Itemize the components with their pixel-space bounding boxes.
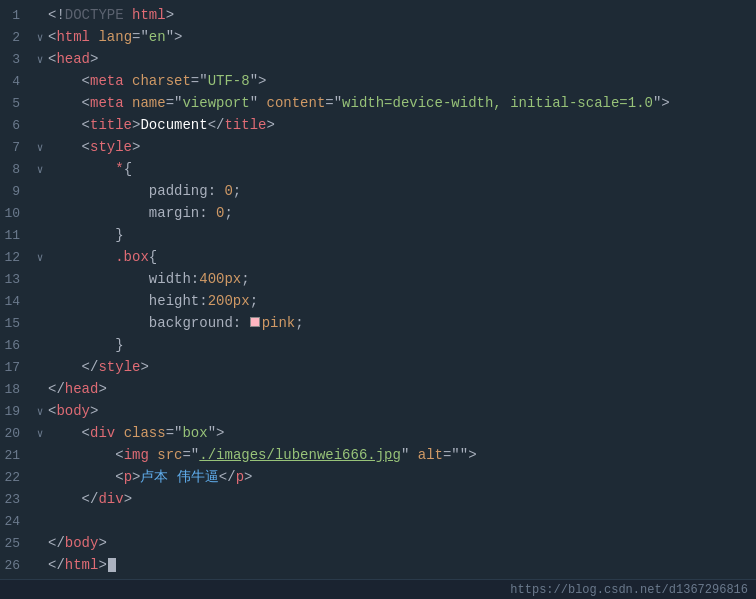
line-7: 7 ∨ <style> xyxy=(0,136,756,158)
line-number: 12 xyxy=(0,250,32,265)
line-arrow xyxy=(32,516,48,527)
line-1: 1 <!DOCTYPE html> xyxy=(0,4,756,26)
line-content: <div class="box"> xyxy=(48,425,756,441)
line-content: } xyxy=(48,337,756,353)
line-arrow xyxy=(32,340,48,351)
line-content: width:400px; xyxy=(48,271,756,287)
line-number: 23 xyxy=(0,492,32,507)
line-arrow xyxy=(32,208,48,219)
line-number: 11 xyxy=(0,228,32,243)
line-5: 5 <meta name="viewport" content="width=d… xyxy=(0,92,756,114)
line-number: 1 xyxy=(0,8,32,23)
line-number: 17 xyxy=(0,360,32,375)
line-number: 22 xyxy=(0,470,32,485)
line-12: 12 ∨ .box{ xyxy=(0,246,756,268)
line-number: 13 xyxy=(0,272,32,287)
fold-arrow[interactable]: ∨ xyxy=(32,31,48,44)
fold-arrow[interactable]: ∨ xyxy=(32,163,48,176)
line-number: 4 xyxy=(0,74,32,89)
line-8: 8 ∨ *{ xyxy=(0,158,756,180)
line-content: </html> xyxy=(48,557,756,573)
line-22: 22 <p>卢本 伟牛逼</p> xyxy=(0,466,756,488)
line-number: 16 xyxy=(0,338,32,353)
line-number: 6 xyxy=(0,118,32,133)
line-number: 2 xyxy=(0,30,32,45)
line-arrow xyxy=(32,538,48,549)
line-number: 8 xyxy=(0,162,32,177)
line-content: margin: 0; xyxy=(48,205,756,221)
line-18: 18 </head> xyxy=(0,378,756,400)
line-number: 15 xyxy=(0,316,32,331)
line-24: 24 xyxy=(0,510,756,532)
line-content: </body> xyxy=(48,535,756,551)
line-content: } xyxy=(48,227,756,243)
line-arrow xyxy=(32,10,48,21)
line-arrow xyxy=(32,186,48,197)
line-arrow xyxy=(32,76,48,87)
line-arrow xyxy=(32,560,48,571)
line-16: 16 } xyxy=(0,334,756,356)
fold-arrow[interactable]: ∨ xyxy=(32,427,48,440)
line-arrow xyxy=(32,494,48,505)
statusbar: https://blog.csdn.net/d1367296816 xyxy=(0,579,756,599)
line-2: 2 ∨ <html lang="en"> xyxy=(0,26,756,48)
line-content: <p>卢本 伟牛逼</p> xyxy=(48,468,756,486)
line-19: 19 ∨ <body> xyxy=(0,400,756,422)
line-number: 19 xyxy=(0,404,32,419)
line-arrow xyxy=(32,98,48,109)
line-arrow xyxy=(32,450,48,461)
line-17: 17 </style> xyxy=(0,356,756,378)
line-content: <title>Document</title> xyxy=(48,117,756,133)
line-number: 9 xyxy=(0,184,32,199)
line-arrow xyxy=(32,362,48,373)
line-10: 10 margin: 0; xyxy=(0,202,756,224)
line-content: </div> xyxy=(48,491,756,507)
line-9: 9 padding: 0; xyxy=(0,180,756,202)
line-number: 5 xyxy=(0,96,32,111)
line-content: <meta name="viewport" content="width=dev… xyxy=(48,95,756,111)
line-6: 6 <title>Document</title> xyxy=(0,114,756,136)
line-content: height:200px; xyxy=(48,293,756,309)
line-content: <head> xyxy=(48,51,756,67)
line-content: padding: 0; xyxy=(48,183,756,199)
line-number: 18 xyxy=(0,382,32,397)
line-content: <html lang="en"> xyxy=(48,29,756,45)
color-swatch xyxy=(250,317,260,327)
line-content: </head> xyxy=(48,381,756,397)
line-26: 26 </html> xyxy=(0,554,756,576)
fold-arrow[interactable]: ∨ xyxy=(32,405,48,418)
line-number: 14 xyxy=(0,294,32,309)
line-arrow xyxy=(32,120,48,131)
line-21: 21 <img src="./images/lubenwei666.jpg" a… xyxy=(0,444,756,466)
line-number: 26 xyxy=(0,558,32,573)
line-content: <img src="./images/lubenwei666.jpg" alt=… xyxy=(48,447,756,463)
code-editor: 1 <!DOCTYPE html> 2 ∨ <html lang="en"> 3… xyxy=(0,0,756,579)
line-arrow xyxy=(32,230,48,241)
line-arrow xyxy=(32,472,48,483)
fold-arrow[interactable]: ∨ xyxy=(32,53,48,66)
line-content: .box{ xyxy=(48,249,756,265)
line-15: 15 background: pink; xyxy=(0,312,756,334)
fold-arrow[interactable]: ∨ xyxy=(32,251,48,264)
line-25: 25 </body> xyxy=(0,532,756,554)
line-3: 3 ∨ <head> xyxy=(0,48,756,70)
line-number: 25 xyxy=(0,536,32,551)
line-11: 11 } xyxy=(0,224,756,246)
line-content: background: pink; xyxy=(48,315,756,331)
line-number: 10 xyxy=(0,206,32,221)
line-content: <meta charset="UTF-8"> xyxy=(48,73,756,89)
line-arrow xyxy=(32,274,48,285)
statusbar-url: https://blog.csdn.net/d1367296816 xyxy=(510,583,748,597)
line-arrow xyxy=(32,318,48,329)
fold-arrow[interactable]: ∨ xyxy=(32,141,48,154)
line-number: 3 xyxy=(0,52,32,67)
line-20: 20 ∨ <div class="box"> xyxy=(0,422,756,444)
line-number: 7 xyxy=(0,140,32,155)
line-13: 13 width:400px; xyxy=(0,268,756,290)
line-4: 4 <meta charset="UTF-8"> xyxy=(0,70,756,92)
line-content: <!DOCTYPE html> xyxy=(48,7,756,23)
line-content: <style> xyxy=(48,139,756,155)
line-arrow xyxy=(32,384,48,395)
line-content: *{ xyxy=(48,161,756,177)
line-content: </style> xyxy=(48,359,756,375)
